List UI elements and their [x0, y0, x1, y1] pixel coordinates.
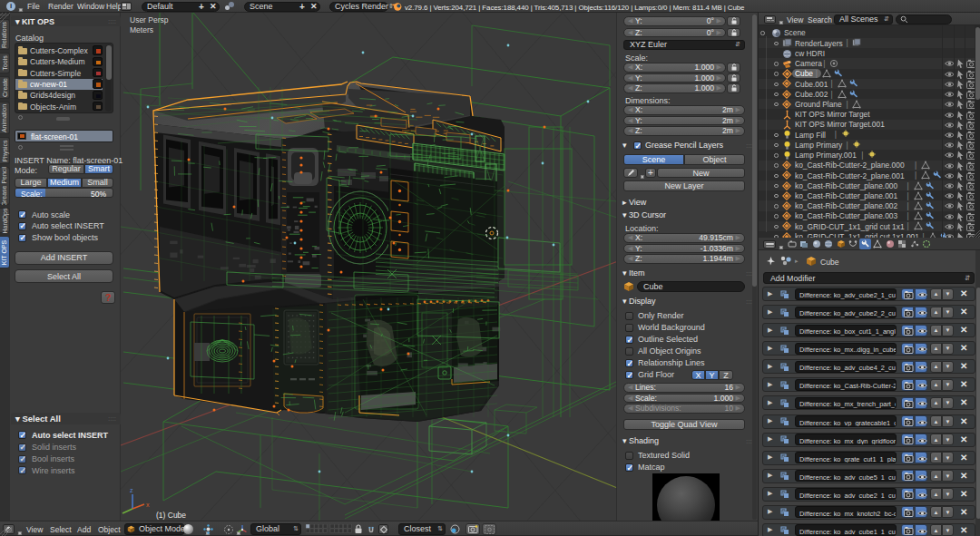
svg-text:User Persp: User Persp	[130, 15, 169, 24]
svg-text:z: z	[130, 487, 133, 493]
svg-text:Meters: Meters	[130, 25, 153, 34]
svg-text:x: x	[146, 502, 150, 508]
svg-text:(1) Cube: (1) Cube	[156, 511, 186, 520]
